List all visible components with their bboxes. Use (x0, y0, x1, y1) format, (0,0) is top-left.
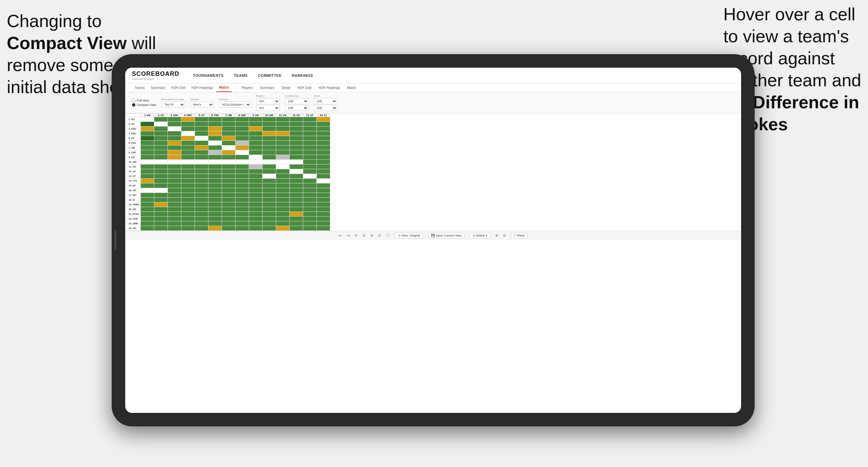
matrix-cell[interactable] (303, 179, 317, 183)
matrix-cell[interactable] (236, 136, 249, 141)
matrix-cell[interactable] (276, 179, 290, 183)
matrix-cell[interactable] (236, 179, 249, 183)
matrix-cell[interactable] (208, 207, 222, 212)
matrix-cell[interactable] (195, 146, 208, 150)
matrix-cell[interactable] (249, 122, 263, 127)
full-view-option[interactable]: Full View (132, 99, 156, 102)
toolbar-icon-4[interactable]: ⊡ (378, 234, 381, 237)
matrix-cell[interactable] (168, 122, 181, 127)
matrix-cell[interactable] (195, 164, 208, 169)
matrix-cell[interactable] (317, 131, 330, 136)
matrix-cell[interactable] (154, 193, 168, 198)
matrix-cell[interactable] (181, 212, 195, 217)
matrix-cell[interactable] (154, 198, 168, 202)
matrix-cell[interactable] (181, 141, 195, 146)
matrix-cell[interactable] (208, 136, 222, 141)
matrix-cell[interactable] (290, 141, 303, 146)
matrix-cell[interactable] (276, 188, 290, 193)
matrix-cell[interactable] (141, 127, 154, 131)
matrix-cell[interactable] (263, 146, 276, 150)
matrix-cell[interactable] (208, 127, 222, 131)
matrix-cell[interactable] (168, 207, 181, 212)
matrix-cell[interactable] (141, 212, 154, 217)
matrix-cell[interactable] (249, 193, 263, 198)
matrix-cell[interactable] (263, 164, 276, 169)
matrix-cell[interactable] (303, 136, 317, 141)
matrix-cell[interactable] (141, 193, 154, 198)
matrix-cell[interactable] (263, 122, 276, 127)
matrix-cell[interactable] (290, 131, 303, 136)
matrix-cell[interactable] (181, 160, 195, 164)
nav-rankings[interactable]: RANKINGS (292, 73, 313, 77)
matrix-cell[interactable] (317, 169, 330, 174)
matrix-cell[interactable] (290, 217, 303, 221)
matrix-cell[interactable] (141, 136, 154, 141)
matrix-cell[interactable] (168, 193, 181, 198)
matrix-cell[interactable] (181, 136, 195, 141)
matrix-cell[interactable] (154, 127, 168, 131)
matrix-cell[interactable] (317, 160, 330, 164)
matrix-cell[interactable] (276, 127, 290, 131)
matrix-cell[interactable] (317, 198, 330, 202)
matrix-cell[interactable] (303, 193, 317, 198)
matrix-cell[interactable] (263, 174, 276, 179)
matrix-cell[interactable] (236, 131, 249, 136)
matrix-cell[interactable] (168, 127, 181, 131)
matrix-cell[interactable] (154, 131, 168, 136)
matrix-cell[interactable] (222, 146, 236, 150)
matrix-cell[interactable] (208, 193, 222, 198)
matrix-cell[interactable] (236, 212, 249, 217)
matrix-cell[interactable] (263, 117, 276, 122)
matrix-cell[interactable] (290, 212, 303, 217)
matrix-cell[interactable] (303, 226, 317, 231)
matrix-cell[interactable] (236, 141, 249, 146)
matrix-cell[interactable] (276, 169, 290, 174)
matrix-cell[interactable] (141, 122, 154, 127)
matrix-cell[interactable] (168, 141, 181, 146)
matrix-cell[interactable] (181, 164, 195, 169)
matrix-cell[interactable] (222, 217, 236, 221)
sub-tab-teams[interactable]: Teams (132, 84, 147, 92)
matrix-cell[interactable] (317, 217, 330, 221)
matrix-cell[interactable] (317, 155, 330, 160)
matrix-cell[interactable] (276, 146, 290, 150)
matrix-cell[interactable] (236, 169, 249, 174)
nav-teams[interactable]: TEAMS (234, 73, 248, 77)
matrix-cell[interactable] (263, 221, 276, 226)
matrix-cell[interactable] (276, 141, 290, 146)
matrix-cell[interactable] (303, 164, 317, 169)
matrix-cell[interactable] (208, 155, 222, 160)
matrix-cell[interactable] (263, 198, 276, 202)
matrix-cell[interactable] (276, 160, 290, 164)
matrix-cell[interactable] (317, 150, 330, 155)
matrix-cell[interactable] (154, 150, 168, 155)
matrix-cell[interactable] (317, 212, 330, 217)
matrix-cell[interactable] (168, 150, 181, 155)
matrix-cell[interactable] (263, 127, 276, 131)
view-original-button[interactable]: ⊙ View: Original (395, 233, 423, 238)
matrix-cell[interactable] (141, 117, 154, 122)
matrix-cell[interactable] (181, 221, 195, 226)
matrix-cell[interactable] (263, 188, 276, 193)
nav-committee[interactable]: COMMITTEE (258, 73, 282, 77)
matrix-cell[interactable] (263, 179, 276, 183)
matrix-cell[interactable] (195, 198, 208, 202)
matrix-cell[interactable] (208, 217, 222, 221)
matrix-cell[interactable] (168, 117, 181, 122)
matrix-cell[interactable] (141, 188, 154, 193)
matrix-cell[interactable] (181, 188, 195, 193)
matrix-cell[interactable] (303, 183, 317, 188)
max-teams-select[interactable]: Top 50 (161, 102, 185, 108)
matrix-cell[interactable] (290, 174, 303, 179)
matrix-cell[interactable] (181, 169, 195, 174)
matrix-cell[interactable] (290, 179, 303, 183)
matrix-cell[interactable] (168, 226, 181, 231)
matrix-cell[interactable] (249, 221, 263, 226)
matrix-cell[interactable] (208, 141, 222, 146)
matrix-cell[interactable] (236, 146, 249, 150)
matrix-cell[interactable] (208, 164, 222, 169)
matrix-cell[interactable] (154, 136, 168, 141)
matrix-cell[interactable] (195, 226, 208, 231)
matrix-cell[interactable] (317, 136, 330, 141)
matrix-cell[interactable] (222, 193, 236, 198)
